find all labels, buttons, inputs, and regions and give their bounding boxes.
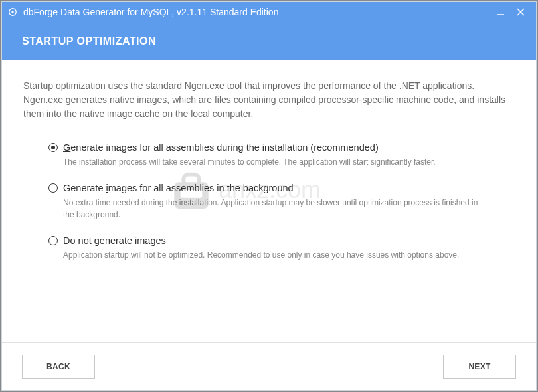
options-group: Generate images for all assemblies durin… bbox=[23, 142, 515, 262]
option-generate-install: Generate images for all assemblies durin… bbox=[48, 142, 515, 168]
option-description: The installation process will take sever… bbox=[63, 157, 488, 168]
svg-point-1 bbox=[11, 11, 14, 13]
page-title: STARTUP OPTIMIZATION bbox=[22, 35, 156, 47]
radio-icon bbox=[48, 183, 58, 193]
close-button[interactable] bbox=[511, 2, 531, 22]
option-description: No extra time needed during the installa… bbox=[63, 197, 488, 221]
option-label: Generate images for all assemblies durin… bbox=[63, 142, 379, 153]
minimize-button[interactable] bbox=[491, 2, 511, 22]
option-label: Do not generate images bbox=[63, 235, 166, 246]
radio-icon bbox=[48, 236, 58, 245]
intro-text: Startup optimization uses the standard N… bbox=[23, 79, 515, 121]
option-description: Application startup will not be optimize… bbox=[63, 250, 488, 261]
option-do-not-generate: Do not generate images Application start… bbox=[48, 235, 515, 261]
window-title: dbForge Data Generator for MySQL, v2.1.1… bbox=[23, 7, 491, 17]
radio-icon bbox=[48, 143, 58, 152]
option-radio-row[interactable]: Generate images for all assemblies durin… bbox=[48, 142, 515, 153]
option-generate-background: Generate images for all assemblies in th… bbox=[48, 183, 515, 221]
titlebar: dbForge Data Generator for MySQL, v2.1.1… bbox=[2, 2, 536, 22]
back-button[interactable]: BACK bbox=[22, 355, 95, 379]
installer-window: dbForge Data Generator for MySQL, v2.1.1… bbox=[1, 1, 537, 391]
footer: BACK NEXT bbox=[2, 342, 536, 390]
option-label: Generate images for all assemblies in th… bbox=[63, 183, 294, 193]
option-radio-row[interactable]: Generate images for all assemblies in th… bbox=[48, 183, 515, 193]
content-area: Startup optimization uses the standard N… bbox=[2, 60, 536, 342]
page-header: STARTUP OPTIMIZATION bbox=[2, 22, 536, 60]
app-icon bbox=[7, 7, 18, 17]
option-radio-row[interactable]: Do not generate images bbox=[48, 235, 515, 246]
next-button[interactable]: NEXT bbox=[443, 355, 516, 379]
